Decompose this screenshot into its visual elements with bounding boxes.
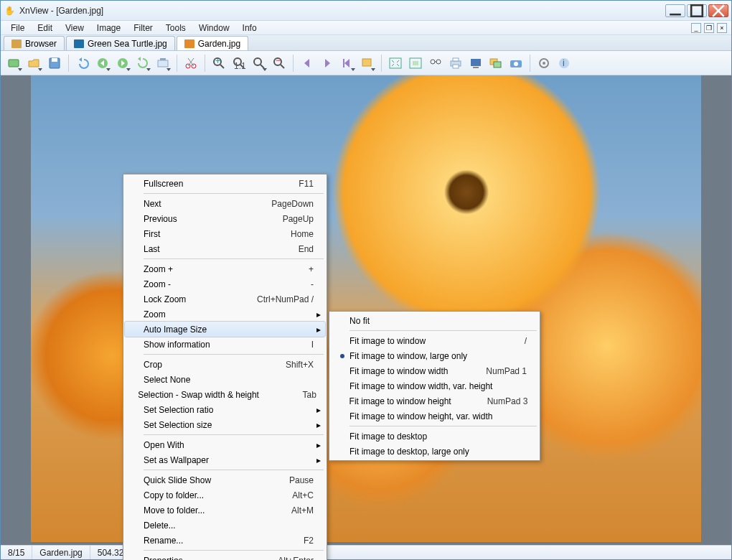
prev-file-button[interactable] bbox=[93, 54, 112, 73]
svg-line-22 bbox=[281, 65, 284, 68]
tab-turtle[interactable]: Green Sea Turtle.jpg bbox=[66, 36, 175, 50]
capture-button[interactable] bbox=[507, 54, 525, 73]
menu-view[interactable]: View bbox=[60, 22, 90, 34]
info-button[interactable]: i bbox=[555, 54, 573, 73]
menu-item-label: Fullscreen bbox=[144, 179, 271, 189]
menu-item-label: Properties bbox=[144, 556, 256, 561]
minimize-button[interactable] bbox=[665, 4, 685, 17]
menu-item[interactable]: Fit image to window heightNumPad 3 bbox=[331, 393, 538, 409]
menu-divider bbox=[349, 330, 537, 331]
cut-button[interactable] bbox=[182, 54, 200, 73]
open-button[interactable] bbox=[25, 54, 44, 73]
image-viewport[interactable]: FullscreenF11NextPageDownPreviousPageUpF… bbox=[1, 75, 731, 545]
find-button[interactable] bbox=[426, 54, 445, 73]
mdi-minimize-button[interactable]: _ bbox=[691, 23, 701, 33]
menu-item[interactable]: Rename...F2 bbox=[125, 533, 325, 548]
menu-item[interactable]: Zoom ++ bbox=[125, 261, 325, 276]
menu-item-shortcut: Alt+M bbox=[270, 505, 314, 515]
menu-item[interactable]: FirstHome bbox=[125, 226, 325, 241]
menu-item-label: Lock Zoom bbox=[144, 294, 235, 304]
svg-rect-34 bbox=[453, 65, 459, 68]
menu-info[interactable]: Info bbox=[237, 22, 263, 34]
folder-icon bbox=[11, 39, 22, 48]
menu-item[interactable]: Select None bbox=[125, 372, 325, 387]
menu-item[interactable]: Set Selection ratio▸ bbox=[125, 402, 325, 417]
menu-item-label: Crop bbox=[144, 360, 264, 370]
menu-item[interactable]: Fit image to window width, var. height bbox=[331, 378, 538, 393]
menu-item[interactable]: Fit image to window widthNumPad 1 bbox=[331, 363, 538, 378]
menu-item[interactable]: Selection - Swap width & heightTab bbox=[125, 387, 325, 402]
zoom-button[interactable] bbox=[250, 54, 268, 73]
svg-text:+: + bbox=[215, 56, 220, 66]
menu-item[interactable]: Fit image to window/ bbox=[331, 333, 538, 348]
svg-point-42 bbox=[543, 62, 545, 65]
print-button[interactable] bbox=[446, 54, 465, 73]
menu-item-label: Quick Slide Show bbox=[144, 475, 268, 485]
tab-garden[interactable]: Garden.jpg bbox=[177, 36, 248, 50]
menu-item[interactable]: Zoom▸ bbox=[125, 307, 325, 322]
menu-item[interactable]: Copy to folder...Alt+C bbox=[125, 487, 325, 503]
menu-item[interactable]: Fit image to desktop, large only bbox=[331, 444, 538, 459]
menu-item[interactable]: Fit image to window height, var. width bbox=[331, 409, 538, 424]
menu-item[interactable]: Show informationI bbox=[125, 337, 325, 352]
nav-last-button[interactable] bbox=[358, 54, 377, 73]
menu-item[interactable]: Set as Wallpaper▸ bbox=[125, 452, 325, 467]
menu-item[interactable]: Fit image to desktop bbox=[331, 429, 538, 444]
menu-item[interactable]: Open With▸ bbox=[125, 437, 325, 452]
nav-prev-button[interactable] bbox=[298, 54, 316, 73]
batch-button[interactable] bbox=[487, 54, 505, 73]
zoom-out-button[interactable]: − bbox=[270, 54, 288, 73]
zoom-100-button[interactable]: 1:1 bbox=[230, 54, 248, 73]
maximize-button[interactable] bbox=[687, 4, 707, 17]
menu-item-label: Zoom - bbox=[144, 279, 271, 289]
menu-item-label: Fit image to window width, var. height bbox=[349, 381, 527, 391]
undo-button[interactable] bbox=[73, 54, 92, 73]
menu-image[interactable]: Image bbox=[91, 22, 126, 34]
close-button[interactable] bbox=[708, 4, 728, 17]
menu-item[interactable]: Delete... bbox=[125, 518, 325, 533]
nav-next-button[interactable] bbox=[318, 54, 337, 73]
next-file-button[interactable] bbox=[113, 54, 132, 73]
menu-item[interactable]: LastEnd bbox=[125, 241, 325, 256]
acquire-button[interactable] bbox=[154, 54, 172, 73]
menu-item[interactable]: PreviousPageUp bbox=[125, 211, 325, 226]
menu-item[interactable]: Auto Image Size▸ bbox=[125, 322, 325, 337]
fit-window-button[interactable] bbox=[386, 54, 405, 73]
menu-item[interactable]: No fit bbox=[331, 313, 538, 328]
tab-browser[interactable]: Browser bbox=[4, 36, 65, 50]
svg-rect-4 bbox=[9, 60, 19, 67]
menu-divider bbox=[144, 193, 324, 194]
menu-divider bbox=[144, 550, 324, 551]
mdi-restore-button[interactable]: ❐ bbox=[704, 23, 714, 33]
menu-item[interactable]: PropertiesAlt+Enter bbox=[125, 553, 325, 560]
menu-item-label: Show information bbox=[144, 340, 271, 350]
nav-first-button[interactable] bbox=[338, 54, 357, 73]
mdi-close-button[interactable]: × bbox=[717, 23, 727, 33]
menu-item-label: Zoom + bbox=[144, 264, 271, 274]
menu-edit[interactable]: Edit bbox=[32, 22, 58, 34]
settings-button[interactable] bbox=[535, 54, 553, 73]
menu-filter[interactable]: Filter bbox=[128, 22, 159, 34]
menu-item[interactable]: Zoom -- bbox=[125, 276, 325, 291]
menu-divider bbox=[144, 470, 324, 470]
menu-item[interactable]: Move to folder...Alt+M bbox=[125, 503, 325, 518]
menu-item[interactable]: Set Selection size▸ bbox=[125, 417, 325, 432]
menu-tools[interactable]: Tools bbox=[160, 22, 192, 34]
menu-file[interactable]: File bbox=[5, 22, 30, 34]
save-button[interactable] bbox=[45, 54, 64, 73]
fullscreen-button[interactable] bbox=[406, 54, 425, 73]
rotate-left-button[interactable] bbox=[133, 54, 152, 73]
menu-window[interactable]: Window bbox=[193, 22, 235, 34]
menu-item[interactable]: Fit image to window, large only bbox=[331, 348, 538, 363]
menu-item-shortcut: NumPad 3 bbox=[466, 396, 527, 406]
zoom-in-button[interactable]: + bbox=[210, 54, 228, 73]
menu-item[interactable]: CropShift+X bbox=[125, 357, 325, 372]
menu-item[interactable]: Quick Slide ShowPause bbox=[125, 472, 325, 487]
menu-item[interactable]: FullscreenF11 bbox=[125, 176, 325, 191]
menu-item[interactable]: NextPageDown bbox=[125, 196, 325, 211]
slideshow-button[interactable] bbox=[466, 54, 485, 73]
browser-button[interactable] bbox=[5, 54, 24, 73]
menu-item[interactable]: Lock ZoomCtrl+NumPad / bbox=[125, 291, 325, 307]
menu-item-shortcut: / bbox=[484, 336, 527, 346]
svg-point-40 bbox=[514, 62, 518, 66]
